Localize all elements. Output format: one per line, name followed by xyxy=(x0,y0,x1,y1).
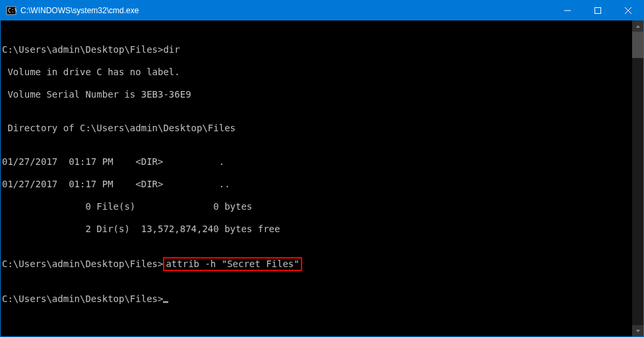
minimize-button[interactable] xyxy=(552,1,583,20)
output-line: C:\Users\admin\Desktop\Files>dir xyxy=(2,44,632,55)
titlebar[interactable]: C:\ C:\WINDOWS\system32\cmd.exe xyxy=(1,1,643,20)
terminal-output[interactable]: C:\Users\admin\Desktop\Files>dir Volume … xyxy=(1,20,632,336)
text-cursor xyxy=(163,301,168,303)
output-line: Volume Serial Number is 3EB3-36E9 xyxy=(2,89,632,100)
svg-marker-6 xyxy=(636,25,640,28)
scroll-up-button[interactable] xyxy=(632,20,643,32)
client-area: C:\Users\admin\Desktop\Files>dir Volume … xyxy=(1,20,643,336)
prompt-prefix: C:\Users\admin\Desktop\Files> xyxy=(2,259,163,269)
svg-text:C:\: C:\ xyxy=(8,8,16,14)
scroll-thumb[interactable] xyxy=(632,32,643,58)
vertical-scrollbar[interactable] xyxy=(632,20,643,336)
output-line: 0 File(s) 0 bytes xyxy=(2,201,632,212)
output-line: 01/27/2017 01:17 PM <DIR> . xyxy=(2,156,632,168)
output-line: Volume in drive C has no label. xyxy=(2,67,632,78)
prompt-line: C:\Users\admin\Desktop\Files> xyxy=(2,293,632,305)
svg-marker-7 xyxy=(636,330,640,332)
output-line: 2 Dir(s) 13,572,874,240 bytes free xyxy=(2,224,632,235)
scroll-track[interactable] xyxy=(632,32,643,325)
svg-rect-3 xyxy=(595,8,601,14)
maximize-button[interactable] xyxy=(583,1,613,20)
window-title: C:\WINDOWS\system32\cmd.exe xyxy=(20,6,139,15)
close-button[interactable] xyxy=(613,1,643,20)
cmd-window: C:\ C:\WINDOWS\system32\cmd.exe C:\Users… xyxy=(0,0,644,337)
output-line: 01/27/2017 01:17 PM <DIR> .. xyxy=(2,179,632,190)
output-line: Directory of C:\Users\admin\Desktop\File… xyxy=(2,123,632,134)
scroll-down-button[interactable] xyxy=(632,325,643,336)
prompt-prefix: C:\Users\admin\Desktop\Files> xyxy=(2,293,163,304)
cmd-icon: C:\ xyxy=(6,5,16,16)
prompt-line: C:\Users\admin\Desktop\Files>attrib -h "… xyxy=(2,257,632,271)
highlighted-command: attrib -h "Secret Files" xyxy=(163,257,302,271)
